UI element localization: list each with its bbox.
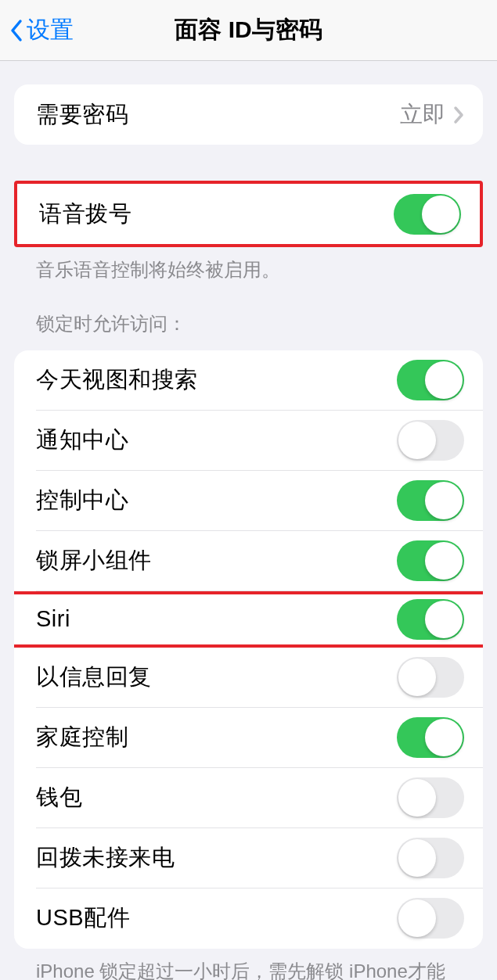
require-passcode-value: 立即 <box>400 99 445 131</box>
lock-access-group: 今天视图和搜索 通知中心 控制中心 锁屏小组件 Siri 以信息回复 家庭控制 <box>14 350 483 949</box>
home-control-row: 家庭控制 <box>14 708 483 768</box>
reply-with-message-label: 以信息回复 <box>36 662 152 693</box>
control-center-toggle[interactable] <box>397 480 464 521</box>
chevron-left-icon <box>9 19 23 42</box>
require-passcode-row[interactable]: 需要密码 立即 <box>14 84 483 145</box>
reply-with-message-toggle[interactable] <box>397 657 464 698</box>
home-control-toggle[interactable] <box>397 717 464 758</box>
return-missed-calls-toggle[interactable] <box>397 838 464 878</box>
require-passcode-value-wrap: 立即 <box>400 99 464 131</box>
chevron-right-icon <box>453 106 464 124</box>
voice-dial-footer: 音乐语音控制将始终被启用。 <box>14 247 483 283</box>
require-passcode-label: 需要密码 <box>36 99 128 131</box>
today-view-label: 今天视图和搜索 <box>36 364 198 396</box>
page-title: 面容 ID与密码 <box>0 14 497 46</box>
siri-row: Siri <box>14 591 483 648</box>
back-button[interactable]: 设置 <box>9 14 74 46</box>
toggle-knob <box>422 196 459 233</box>
back-label: 设置 <box>27 14 74 46</box>
return-missed-calls-label: 回拨未接来电 <box>36 842 175 874</box>
voice-dial-row: 语音拨号 <box>17 184 480 244</box>
notification-center-row: 通知中心 <box>14 411 483 471</box>
lock-screen-widgets-toggle[interactable] <box>397 540 464 581</box>
usb-accessories-label: USB配件 <box>36 903 130 934</box>
navigation-bar: 设置 面容 ID与密码 <box>0 0 497 61</box>
control-center-row: 控制中心 <box>14 471 483 531</box>
lock-screen-widgets-row: 锁屏小组件 <box>14 531 483 591</box>
voice-dial-toggle[interactable] <box>394 194 461 235</box>
notification-center-label: 通知中心 <box>36 425 128 456</box>
siri-toggle[interactable] <box>397 599 464 640</box>
home-control-label: 家庭控制 <box>36 722 128 753</box>
notification-center-toggle[interactable] <box>397 420 464 461</box>
reply-with-message-row: 以信息回复 <box>14 648 483 708</box>
require-passcode-group: 需要密码 立即 <box>14 84 483 145</box>
today-view-row: 今天视图和搜索 <box>14 350 483 411</box>
control-center-label: 控制中心 <box>36 485 128 516</box>
wallet-row: 钱包 <box>14 768 483 828</box>
voice-dial-group: 语音拨号 <box>14 181 483 247</box>
voice-dial-label: 语音拨号 <box>39 199 131 230</box>
wallet-label: 钱包 <box>36 782 82 813</box>
lock-access-footer: iPhone 锁定超过一小时后，需先解锁 iPhone才能允许USB 配件连接。 <box>14 949 483 980</box>
usb-accessories-row: USB配件 <box>14 888 483 949</box>
siri-label: Siri <box>36 606 70 632</box>
return-missed-calls-row: 回拨未接来电 <box>14 828 483 888</box>
usb-accessories-toggle[interactable] <box>397 898 464 939</box>
lock-access-header: 锁定时允许访问： <box>14 311 483 344</box>
today-view-toggle[interactable] <box>397 360 464 400</box>
wallet-toggle[interactable] <box>397 777 464 818</box>
lock-screen-widgets-label: 锁屏小组件 <box>36 545 152 576</box>
